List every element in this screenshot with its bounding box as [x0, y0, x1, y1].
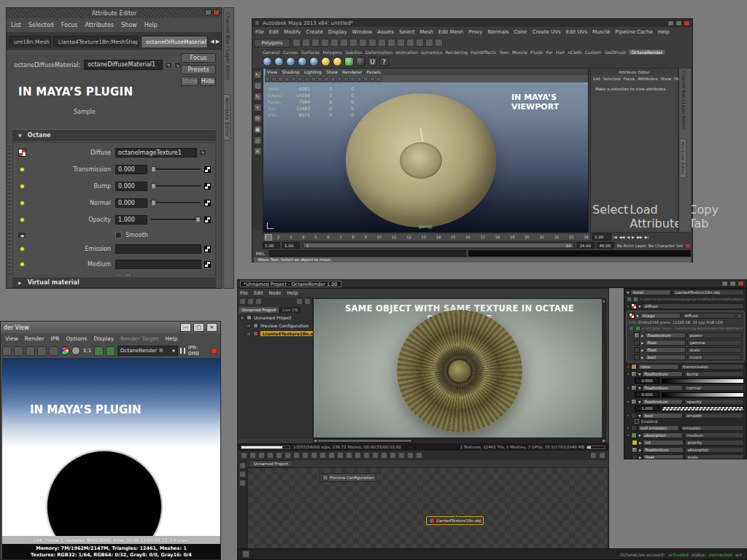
smooth-checkbox[interactable] — [115, 232, 122, 238]
material-icon[interactable] — [255, 298, 262, 305]
panel-scrollbar[interactable] — [7, 144, 11, 275]
octane-section-header[interactable]: ▼ Octane — [12, 129, 216, 141]
node-type-dropdown[interactable]: float — [645, 340, 686, 346]
renderer-dropdown[interactable]: OctaneRender ® ▼ — [117, 346, 178, 356]
shelf-tab[interactable]: Polygons — [322, 50, 342, 55]
reload-icon[interactable] — [635, 326, 640, 331]
panel-button[interactable]: Select — [592, 203, 628, 230]
transport-button[interactable]: ▶▶ — [637, 235, 643, 239]
copy-image-icon[interactable] — [372, 452, 379, 459]
shelf-tab[interactable]: Animation — [395, 50, 418, 55]
maximize-icon[interactable] — [729, 281, 736, 287]
node-type-dropdown[interactable]: absorption — [642, 432, 683, 438]
expand-arrow-icon[interactable]: ▶ — [641, 349, 643, 352]
shelf-tab[interactable]: Curves — [283, 50, 298, 55]
value-thumbnail-icon[interactable] — [634, 347, 640, 353]
preview-material-icon[interactable] — [407, 452, 414, 459]
shelf-tab[interactable]: Fur — [546, 50, 552, 55]
alpha-channel-icon[interactable] — [71, 346, 80, 355]
viewport-toolbar-icon[interactable] — [265, 77, 270, 82]
node-output-pin[interactable] — [455, 515, 458, 518]
viewport-toolbar-icon[interactable] — [271, 77, 276, 82]
paint-select-tool-icon[interactable]: ✎ — [254, 93, 262, 101]
window-titlebar[interactable]: *Unnamed Project - OctaneRender 1.00 — [237, 279, 747, 288]
close-icon[interactable] — [684, 20, 690, 26]
node-type-dropdown[interactable]: int — [643, 440, 684, 446]
tree-checkbox[interactable] — [240, 316, 244, 320]
render-region-icon[interactable] — [2, 346, 12, 356]
bump-slider[interactable] — [151, 185, 201, 187]
enabled-checkbox[interactable] — [635, 419, 639, 424]
shelf-tab[interactable]: nCloth — [568, 50, 582, 55]
time-slider[interactable]: 123456789101112131415161718192021222324 — [263, 233, 591, 241]
value-thumbnail-icon[interactable] — [634, 354, 640, 360]
ipr-record-icon[interactable] — [211, 348, 217, 354]
expand-arrow-icon[interactable]: ▶ — [639, 456, 641, 459]
octane-help-shelf-icon[interactable]: ? — [379, 57, 389, 66]
window-titlebar[interactable]: Autodesk Maya 2013 x64: untitled* — [252, 19, 692, 27]
menu-item[interactable]: Edit — [254, 290, 263, 296]
redo-view-icon[interactable] — [337, 452, 344, 459]
show-button[interactable]: Show — [181, 77, 198, 86]
save-image-icon[interactable] — [241, 452, 247, 459]
texture-thumbnail-icon[interactable] — [634, 332, 640, 338]
menu-item[interactable]: Muscle — [592, 29, 610, 35]
value-thumbnail-icon[interactable] — [632, 440, 638, 446]
viewport-toolbar-icon[interactable] — [337, 77, 342, 82]
viewport-toolbar-icon[interactable] — [278, 77, 283, 82]
camera-preset-icon[interactable] — [346, 452, 352, 459]
rotate-tool-icon[interactable]: ⟳ — [254, 114, 262, 122]
transport-button[interactable]: ▶ — [632, 235, 635, 239]
tree-checkbox[interactable] — [247, 332, 251, 336]
texture-swatch-icon[interactable] — [18, 149, 26, 157]
menu-item[interactable]: Display — [93, 335, 114, 342]
scroll-left-icon[interactable]: ◀ — [314, 438, 317, 443]
menu-item[interactable]: Normals — [487, 29, 508, 35]
shelf-tab[interactable]: OctaneRender — [629, 50, 665, 55]
texture-thumbnail-icon[interactable] — [631, 399, 637, 405]
menu-item[interactable]: Edit Mesh — [438, 29, 463, 35]
save-scene-icon[interactable] — [311, 39, 320, 47]
panel-button[interactable]: Copy Tab — [689, 203, 719, 230]
menu-item[interactable]: Help — [144, 22, 158, 28]
shelf-tab[interactable]: Rendering — [445, 50, 468, 55]
filter-icon[interactable] — [629, 326, 634, 331]
resize-grip-icon[interactable] — [242, 551, 249, 558]
texture-thumbnail-icon[interactable] — [631, 371, 637, 377]
menu-item[interactable]: Color — [514, 29, 527, 35]
ipr-update-icon[interactable] — [37, 346, 47, 356]
connection-arrow-icon[interactable]: ↰ — [199, 149, 206, 156]
opacity-slider[interactable] — [151, 219, 201, 221]
menu-item[interactable]: Mesh — [420, 29, 433, 35]
shelf-tab[interactable]: Dynamics — [421, 50, 443, 55]
node-type-dropdown[interactable]: none — [638, 364, 679, 370]
tree-item-project[interactable]: Unnamed Project — [238, 314, 312, 322]
wrench-icon[interactable] — [296, 298, 303, 305]
octane-dark-star-icon[interactable] — [356, 57, 365, 66]
viewport-toolbar-icon[interactable] — [304, 77, 309, 82]
menu-item[interactable]: Attributes — [85, 22, 115, 28]
node-type-dropdown[interactable]: floattexture — [642, 371, 683, 377]
node-graph-icon[interactable] — [239, 298, 246, 305]
menu-item[interactable]: Edit UVs — [566, 29, 587, 35]
value-thumbnail-icon[interactable] — [631, 413, 637, 419]
minimize-icon[interactable] — [721, 281, 728, 287]
node-type-dropdown[interactable]: floattexture — [645, 332, 686, 338]
ipr-refresh-icon[interactable] — [26, 346, 35, 356]
menu-item[interactable]: View — [5, 335, 18, 342]
graph-tab[interactable]: Unnamed Project — [249, 460, 293, 467]
shelf-tab[interactable]: Fluids — [530, 50, 543, 55]
snap-point-icon[interactable] — [387, 39, 395, 47]
menu-item[interactable]: Attributes — [638, 77, 657, 81]
menu-item[interactable]: Show — [660, 77, 671, 81]
export-icon[interactable] — [381, 452, 387, 459]
menu-item[interactable]: Selected — [603, 77, 621, 81]
normal-input[interactable]: 0.000 — [115, 198, 147, 208]
maya-viewport[interactable]: ViewShadingLightingShowRendererPanels Ve… — [263, 68, 589, 233]
diffuse-input[interactable]: octaneImageTexture1 — [115, 148, 197, 158]
menu-item[interactable]: Show — [121, 22, 137, 28]
tree-item-mesh[interactable]: Llanta4Texture18n.obj — [238, 330, 312, 338]
viewport-toolbar-icon[interactable] — [324, 77, 329, 82]
node-type-dropdown[interactable]: float — [643, 454, 684, 459]
texture-thumbnail-icon[interactable] — [631, 385, 637, 391]
